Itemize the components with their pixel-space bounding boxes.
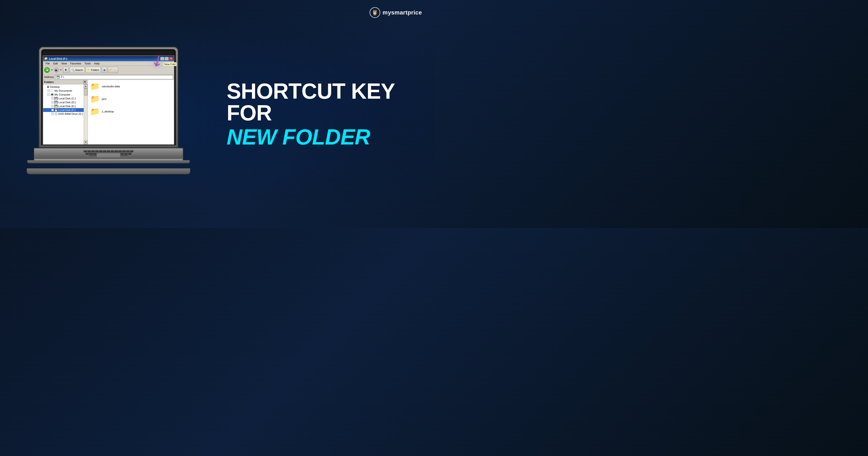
tree-item-label: Local Disk (D:) xyxy=(58,101,76,104)
key xyxy=(88,150,91,152)
tree-item-label: Desktop xyxy=(50,85,60,88)
files-panel: 📁 camstudio-data 📁 pics 📁 z_desktop xyxy=(88,80,174,144)
key xyxy=(124,153,128,155)
dvd-g-icon: 💿 xyxy=(54,112,58,116)
new-folder-tooltip: New Fold xyxy=(163,62,174,66)
headline-line2: NEW FOLDER xyxy=(227,126,415,148)
tree-item-label: My Computer xyxy=(55,93,70,96)
close-button[interactable]: ✕ xyxy=(169,57,173,60)
headline-line1: SHORTCUT KEY FOR xyxy=(227,80,415,124)
laptop-hinge xyxy=(34,159,183,161)
key xyxy=(91,150,95,152)
expand-my-computer[interactable]: − xyxy=(48,93,50,96)
address-label: Address xyxy=(44,76,54,78)
scroll-track xyxy=(84,88,88,140)
folder-name: pics xyxy=(102,97,106,101)
key xyxy=(89,153,93,155)
expand-disk-f[interactable]: + xyxy=(51,109,54,111)
search-icon: 🔍 xyxy=(71,68,75,72)
key xyxy=(95,150,99,152)
logo-icon: 🦉 xyxy=(370,7,380,18)
file-item-camstudio[interactable]: 📁 camstudio-data xyxy=(89,81,173,92)
folders-label: Folders xyxy=(91,69,99,72)
key xyxy=(120,153,124,155)
key xyxy=(118,150,122,152)
explorer-toolbar: ◀ ▼ ▶ ▼ ⬆ 🔍 Search 📁 Folder xyxy=(43,66,174,75)
menu-favorites[interactable]: Favorites xyxy=(69,62,83,65)
folders-panel: Folders ✕ 🖥 Desktop xyxy=(43,80,88,144)
menu-file[interactable]: File xyxy=(44,62,51,65)
key xyxy=(99,150,102,152)
laptop-section: 📁 Local Disk (F:) _ □ ✕ File Edit View xyxy=(0,0,217,228)
tree-item-local-disk-c[interactable]: + 💾 Local Disk (C:) xyxy=(43,96,84,101)
tree-item-local-disk-e[interactable]: + 💾 Local Disk (E:) xyxy=(43,104,84,108)
owl-icon: 🦉 xyxy=(372,9,378,16)
view-button[interactable]: ⊞ xyxy=(102,67,107,73)
folder-name: z_desktop xyxy=(102,110,114,113)
menu-help[interactable]: Help xyxy=(93,62,101,65)
file-item-zdesktop[interactable]: 📁 z_desktop xyxy=(89,106,173,117)
search-button[interactable]: 🔍 Search xyxy=(70,67,85,73)
scroll-thumb[interactable] xyxy=(84,88,88,95)
menu-edit[interactable]: Edit xyxy=(52,62,59,65)
back-button[interactable]: ◀ xyxy=(44,67,50,73)
key xyxy=(128,153,131,155)
my-computer-icon: 💻 xyxy=(51,93,54,96)
tree-item-local-disk-f[interactable]: + 💾 Local Disk (F:) xyxy=(43,108,84,112)
new-folder-button[interactable]: 📂✨ xyxy=(108,67,118,73)
up-button[interactable]: ⬆ xyxy=(63,67,69,73)
scroll-up-button[interactable]: ▲ xyxy=(84,84,88,88)
key xyxy=(89,155,93,156)
disk-e-icon: 💾 xyxy=(54,105,58,108)
key xyxy=(93,155,97,156)
expand-disk-c[interactable]: + xyxy=(51,97,54,99)
explorer-main: Folders ✕ 🖥 Desktop xyxy=(43,80,174,144)
laptop-touchpad[interactable] xyxy=(96,153,121,158)
expand-disk-d[interactable]: + xyxy=(51,101,54,104)
expand-disk-e[interactable]: + xyxy=(51,105,54,107)
folders-scrollbar: ▲ ▼ xyxy=(84,84,88,144)
desktop-icon: 🖥 xyxy=(46,85,50,89)
expand-my-documents[interactable]: + xyxy=(48,89,50,92)
tree-item-local-disk-d[interactable]: + 💾 Local Disk (D:) xyxy=(43,101,84,104)
folders-panel-title: Folders xyxy=(44,81,54,84)
tree-item-label: DVD-RAM Drive (G:) xyxy=(58,112,83,115)
key xyxy=(84,150,87,152)
tree-item-label: Local Disk (C:) xyxy=(58,97,76,100)
forward-dropdown[interactable]: ▼ xyxy=(60,69,62,71)
key xyxy=(86,153,89,155)
tree-item-my-computer[interactable]: − 💻 My Computer xyxy=(43,93,84,96)
explorer-window: 📁 Local Disk (F:) _ □ ✕ File Edit View xyxy=(43,56,174,145)
folders-header: Folders ✕ xyxy=(43,80,88,84)
menu-tools[interactable]: Tools xyxy=(83,62,92,65)
folders-tree: 🖥 Desktop + 📄 My Documents xyxy=(43,84,84,144)
key xyxy=(107,150,110,152)
file-item-pics[interactable]: 📁 pics xyxy=(89,93,173,105)
folders-panel-close[interactable]: ✕ xyxy=(83,80,87,84)
screen-bezel: 📁 Local Disk (F:) _ □ ✕ File Edit View xyxy=(41,49,176,145)
laptop-base xyxy=(34,148,183,161)
disk-d-icon: 💾 xyxy=(54,101,58,104)
up-icon: ⬆ xyxy=(65,68,67,72)
maximize-button[interactable]: □ xyxy=(165,57,168,60)
menu-view[interactable]: View xyxy=(60,62,68,65)
address-value: F:\ xyxy=(61,76,64,78)
address-input[interactable]: 💾 F:\ xyxy=(55,75,173,79)
key xyxy=(115,150,118,152)
tree-item-label: Local Disk (F:) xyxy=(58,109,75,111)
search-label: Search xyxy=(75,69,83,72)
explorer-addressbar: Address 💾 F:\ xyxy=(43,75,174,80)
logo-text: mysmartprice xyxy=(383,9,422,16)
scroll-down-button[interactable]: ▼ xyxy=(84,140,88,144)
tree-item-desktop[interactable]: 🖥 Desktop xyxy=(43,85,84,89)
forward-button[interactable]: ▶ xyxy=(54,67,59,73)
expand-dvd-g[interactable]: + xyxy=(51,113,54,115)
key xyxy=(126,150,129,152)
key xyxy=(120,155,124,156)
back-dropdown[interactable]: ▼ xyxy=(51,69,53,71)
text-section: SHORTCUT KEY FOR NEW FOLDER xyxy=(217,66,434,162)
tree-item-my-documents[interactable]: + 📄 My Documents xyxy=(43,89,84,93)
tree-item-dvd-ram-g[interactable]: + 💿 DVD-RAM Drive (G:) xyxy=(43,112,84,116)
folders-button[interactable]: 📁 Folders xyxy=(86,67,101,73)
key xyxy=(130,150,133,152)
